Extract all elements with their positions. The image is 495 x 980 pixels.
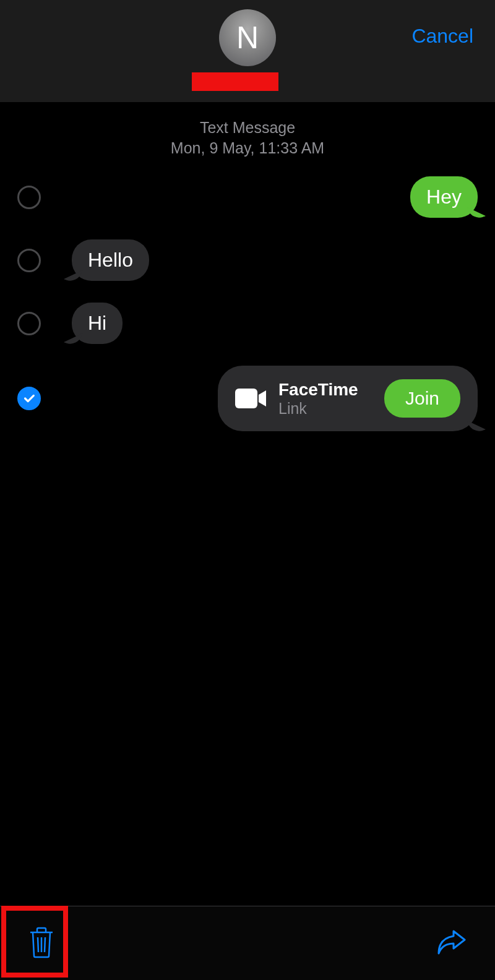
bubble-container: Hi [72, 303, 478, 344]
delete-button[interactable] [22, 920, 61, 966]
message-select-checkbox[interactable] [17, 312, 41, 335]
date-header: Text Message Mon, 9 May, 11:33 AM [0, 118, 495, 158]
cancel-button[interactable]: Cancel [411, 25, 473, 48]
join-button[interactable]: Join [384, 379, 460, 418]
svg-line-3 [45, 937, 45, 952]
message-select-checkbox[interactable] [17, 387, 41, 410]
message-select-checkbox[interactable] [17, 249, 41, 272]
video-icon [235, 387, 267, 410]
bubble-container: Hey [41, 176, 478, 218]
message-row: Hi [0, 303, 495, 344]
timestamp-label: Mon, 9 May, 11:33 AM [0, 138, 495, 158]
facetime-subtitle: Link [278, 400, 373, 418]
received-message-bubble[interactable]: Hello [72, 239, 149, 281]
share-button[interactable] [430, 922, 473, 964]
contact-avatar[interactable]: N [219, 9, 276, 66]
redacted-contact-name [192, 72, 278, 91]
received-message-bubble[interactable]: Hi [72, 303, 123, 344]
facetime-link-card[interactable]: FaceTime Link Join [218, 366, 478, 431]
avatar-initial: N [236, 20, 259, 56]
message-text: Hello [88, 249, 133, 271]
sent-message-bubble[interactable]: Hey [410, 176, 478, 218]
bubble-container: Hello [72, 239, 478, 281]
message-thread: Text Message Mon, 9 May, 11:33 AM Hey He… [0, 102, 495, 431]
bubble-container: FaceTime Link Join [41, 366, 478, 431]
checkmark-icon [22, 392, 36, 405]
bottom-toolbar [0, 906, 495, 980]
facetime-text: FaceTime Link [278, 380, 373, 418]
message-select-checkbox[interactable] [17, 186, 41, 209]
share-arrow-icon [436, 929, 467, 956]
message-text: Hi [88, 312, 106, 334]
message-row: Hey [0, 176, 495, 218]
message-text: Hey [426, 186, 462, 208]
header: N Cancel [0, 0, 495, 102]
message-type-label: Text Message [0, 118, 495, 138]
facetime-title: FaceTime [278, 380, 373, 400]
svg-line-1 [38, 937, 38, 952]
trash-icon [28, 926, 55, 958]
message-row: FaceTime Link Join [0, 366, 495, 431]
svg-rect-0 [235, 389, 257, 408]
message-row: Hello [0, 239, 495, 281]
